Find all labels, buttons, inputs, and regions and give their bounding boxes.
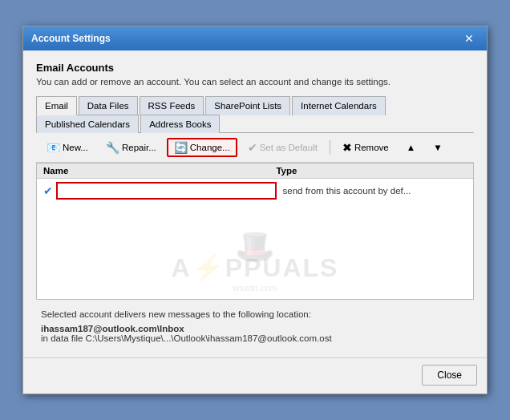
close-title-button[interactable]: ✕ (459, 31, 479, 46)
tab-sharepoint[interactable]: SharePoint Lists (205, 96, 290, 115)
new-button[interactable]: 📧 New... (39, 138, 95, 157)
tab-internet-calendars[interactable]: Internet Calendars (292, 96, 386, 115)
tabs-bar: Email Data Files RSS Feeds SharePoint Li… (36, 96, 474, 133)
new-icon: 📧 (47, 141, 60, 154)
dialog-footer: Close (23, 357, 487, 394)
close-button[interactable]: Close (422, 365, 477, 386)
up-icon: ▲ (407, 143, 415, 152)
title-bar: Account Settings ✕ (23, 26, 487, 50)
repair-icon: 🔧 (106, 141, 119, 154)
repair-label: Repair... (122, 143, 156, 152)
watermark-icon: 🎩 (235, 228, 275, 265)
toolbar-separator (330, 140, 330, 155)
remove-icon: ✖ (342, 141, 352, 154)
dialog-title: Account Settings (31, 33, 111, 44)
account-type-text: send from this account by def... (283, 186, 411, 196)
tab-content-email: 📧 New... 🔧 Repair... 🔄 Change... ✔ Set a… (36, 133, 474, 349)
repair-button[interactable]: 🔧 Repair... (99, 138, 164, 157)
info-email: ihassam187@outlook.com\Inbox (41, 324, 469, 333)
set-default-icon: ✔ (248, 141, 257, 154)
set-default-label: Set as Default (260, 143, 318, 152)
change-icon: 🔄 (174, 141, 188, 154)
move-up-button[interactable]: ▲ (399, 139, 423, 155)
tab-published-calendars[interactable]: Published Calendars (36, 115, 139, 133)
account-list-header: Name Type (37, 164, 473, 179)
down-icon: ▼ (433, 143, 442, 152)
remove-label: Remove (354, 143, 389, 152)
section-title: Email Accounts (36, 62, 474, 74)
email-toolbar: 📧 New... 🔧 Repair... 🔄 Change... ✔ Set a… (36, 133, 474, 163)
watermark-sub: wsxdn.com (233, 283, 277, 293)
remove-button[interactable]: ✖ Remove (335, 138, 396, 157)
account-name-field (56, 182, 277, 200)
move-down-button[interactable]: ▼ (426, 139, 449, 155)
info-section: Selected account delivers new messages t… (36, 300, 474, 349)
tab-email[interactable]: Email (36, 96, 77, 115)
info-path: in data file C:\Users\Mystique\...\Outlo… (41, 333, 469, 343)
tab-address-books[interactable]: Address Books (140, 115, 220, 133)
section-description: You can add or remove an account. You ca… (36, 77, 474, 87)
watermark-text: A⚡PPUALS (172, 252, 339, 283)
col-type-header: Type (276, 166, 467, 176)
account-list-panel: Name Type ✔ send from this account by de… (36, 163, 474, 300)
info-description: Selected account delivers new messages t… (41, 309, 469, 319)
change-label: Change... (190, 143, 230, 152)
account-row[interactable]: ✔ send from this account by def... (37, 179, 473, 203)
new-label: New... (63, 143, 88, 152)
tab-data-files[interactable]: Data Files (79, 96, 138, 115)
default-account-icon: ✔ (43, 184, 53, 197)
account-settings-dialog: Account Settings ✕ Email Accounts You ca… (22, 26, 488, 394)
set-default-button[interactable]: ✔ Set as Default (241, 138, 325, 157)
tab-rss-feeds[interactable]: RSS Feeds (140, 96, 204, 115)
dialog-body: Email Accounts You can add or remove an … (23, 50, 487, 357)
col-name-header: Name (43, 166, 276, 176)
change-button[interactable]: 🔄 Change... (167, 138, 237, 157)
